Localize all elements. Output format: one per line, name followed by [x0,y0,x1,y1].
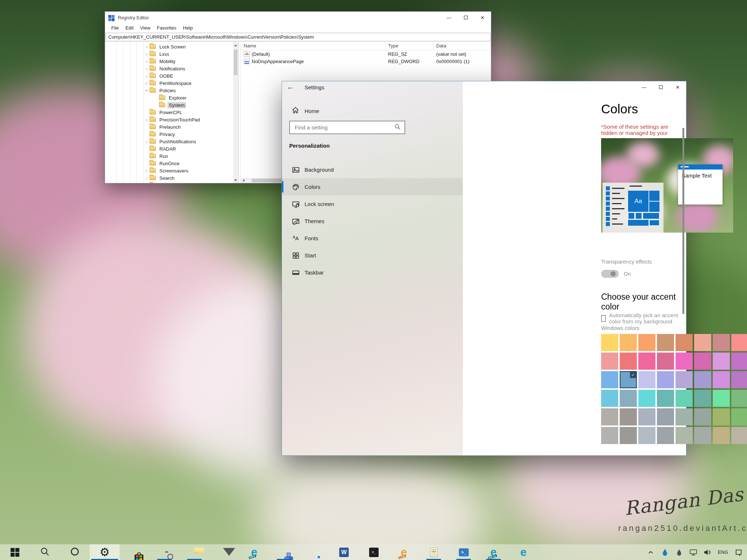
settings-gear-taskbar-button[interactable]: ⚙ [90,544,120,560]
search-taskbar-button[interactable] [30,544,60,560]
registry-tree-item-policies[interactable]: ›Policies [105,87,233,94]
registry-tree-item-system[interactable]: System [105,101,233,109]
chevron-up-icon[interactable] [643,544,658,560]
accent-color-swatch[interactable] [676,371,693,388]
accent-color-swatch[interactable] [620,408,637,425]
dark-droplet-icon[interactable] [672,544,686,560]
cmd-taskbar-button[interactable]: >_ [359,544,389,560]
chevron-collapsed-icon[interactable]: › [144,176,150,180]
accent-color-swatch[interactable] [731,408,747,425]
accent-color-swatch[interactable] [713,408,730,425]
registry-tree-item-prelaunch[interactable]: Prelaunch [105,123,233,131]
sidebar-item-home[interactable]: Home [282,104,463,118]
edge-taskbar-button[interactable]: e [508,544,538,560]
registry-tree-item-powercpl[interactable]: PowerCPL [105,109,233,116]
accent-color-swatch[interactable] [713,371,730,388]
column-header-type[interactable]: Type [385,42,433,50]
accent-color-swatch[interactable] [694,427,711,444]
sidebar-item-fonts[interactable]: AAFonts [282,230,463,247]
scroll-up-icon[interactable] [233,42,238,48]
accent-color-swatch[interactable] [676,427,693,444]
chevron-collapsed-icon[interactable]: › [144,44,150,49]
transparency-toggle[interactable] [601,270,619,278]
accent-color-swatch[interactable] [694,390,711,407]
sidebar-item-lock-screen[interactable]: Lock screen [282,195,463,213]
accent-color-swatch[interactable] [601,334,618,351]
close-icon[interactable]: ✕ [474,12,491,23]
accent-color-swatch[interactable] [694,408,711,425]
volume-icon[interactable] [700,544,715,560]
registry-tree-item-security-and-maintenance[interactable]: ›Security and Maintenance [105,182,233,183]
display-icon[interactable] [686,544,700,560]
accent-color-swatch[interactable] [638,408,655,425]
action-center-icon[interactable] [731,544,746,560]
maximize-icon[interactable] [653,81,669,93]
accent-color-swatch[interactable] [713,390,730,407]
tree-scrollbar[interactable] [233,42,238,183]
powershell-taskbar-button[interactable]: >_ [449,544,479,560]
registry-tree-item-penworkspace[interactable]: ›PenWorkspace [105,79,233,87]
mail-taskbar-button[interactable] [209,544,239,560]
edge-canary-taskbar-button[interactable]: eCAN [389,544,419,560]
back-arrow-icon[interactable]: ← [282,81,299,93]
accent-color-swatch[interactable] [657,427,674,444]
menu-edit[interactable]: Edit [122,24,137,32]
registry-tree-item-precisiontouchpad[interactable]: ›PrecisionTouchPad [105,116,233,123]
chevron-collapsed-icon[interactable]: › [144,183,150,183]
accent-color-swatch[interactable] [657,408,674,425]
registry-value-row[interactable]: NoDispAppearancePageREG_DWORD0x00000001 … [241,58,491,65]
accent-color-swatch[interactable] [601,408,618,425]
accent-color-swatch[interactable] [731,353,747,370]
edge-beta-taskbar-button[interactable]: eBETA [479,544,508,560]
camera-taskbar-button[interactable] [150,544,179,560]
accent-color-swatch[interactable] [657,371,674,388]
chevron-collapsed-icon[interactable]: › [144,81,150,86]
chevron-collapsed-icon[interactable]: › [144,168,150,173]
accent-color-swatch[interactable] [713,353,730,370]
accent-color-swatch[interactable] [601,353,618,370]
menu-help[interactable]: Help [180,24,196,32]
accent-color-swatch[interactable] [620,427,637,444]
sidebar-item-taskbar[interactable]: Taskbar [282,264,463,281]
minimize-icon[interactable]: — [441,12,457,23]
word-taskbar-button[interactable]: W [329,544,359,560]
chevron-collapsed-icon[interactable]: › [144,74,150,78]
registry-tree-item-search[interactable]: ›Search [105,174,233,182]
maximize-icon[interactable] [457,12,474,23]
close-icon[interactable]: ✕ [669,81,686,93]
file-explorer-taskbar-button[interactable] [179,544,209,560]
accent-color-swatch[interactable] [620,353,637,370]
settings-scrollbar[interactable] [682,128,684,314]
registry-editor-taskbar-button[interactable] [269,544,299,560]
search-icon[interactable] [395,124,400,131]
chevron-collapsed-icon[interactable]: › [144,66,150,71]
accent-color-swatch[interactable] [638,390,655,407]
accent-color-swatch[interactable] [620,390,637,407]
menu-view[interactable]: View [137,24,154,32]
accent-color-swatch[interactable] [713,427,730,444]
accent-color-swatch[interactable] [676,353,693,370]
accent-color-swatch[interactable] [601,427,618,444]
accent-color-swatch[interactable] [657,353,674,370]
accent-color-swatch[interactable] [731,334,747,351]
column-header-data[interactable]: Data [433,42,491,50]
cortana-taskbar-button[interactable] [60,544,90,560]
sidebar-item-background[interactable]: Background [282,161,463,178]
registry-tree-item-runonce[interactable]: RunOnce [105,160,233,167]
accent-color-swatch[interactable] [713,334,730,351]
accent-color-swatch[interactable] [676,334,693,351]
accent-color-swatch[interactable] [694,371,711,388]
accent-color-swatch[interactable] [694,353,711,370]
menu-file[interactable]: File [108,24,122,32]
scroll-down-icon[interactable] [233,177,238,183]
chevron-collapsed-icon[interactable]: › [144,117,150,122]
chevron-collapsed-icon[interactable]: › [144,52,150,57]
chevron-expanded-icon[interactable]: › [144,88,149,93]
accent-color-swatch[interactable] [657,334,674,351]
menu-favorites[interactable]: Favorites [154,24,179,32]
registry-tree-item-oobe[interactable]: ›OOBE [105,72,233,79]
search-input[interactable] [290,124,395,131]
notepad-taskbar-button[interactable] [419,544,449,560]
registry-tree-item-lock-screen[interactable]: ›Lock Screen [105,43,233,50]
column-header-name[interactable]: Name [241,42,385,50]
